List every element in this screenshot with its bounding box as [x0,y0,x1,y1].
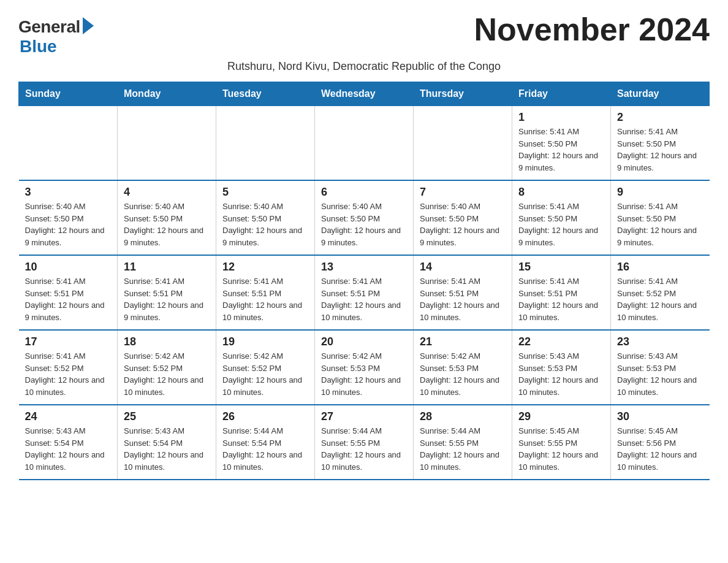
day-info: Sunrise: 5:42 AM Sunset: 5:53 PM Dayligh… [321,350,407,398]
day-number: 16 [617,261,703,274]
subtitle: Rutshuru, Nord Kivu, Democratic Republic… [18,60,710,73]
day-info: Sunrise: 5:45 AM Sunset: 5:56 PM Dayligh… [617,425,703,473]
day-number: 12 [222,261,308,274]
day-info: Sunrise: 5:41 AM Sunset: 5:51 PM Dayligh… [321,275,407,323]
day-number: 17 [25,335,112,348]
day-number: 21 [420,335,506,348]
calendar-cell: 3Sunrise: 5:40 AM Sunset: 5:50 PM Daylig… [19,180,118,255]
page-title: November 2024 [474,12,710,47]
day-number: 29 [518,410,604,423]
calendar-cell: 2Sunrise: 5:41 AM Sunset: 5:50 PM Daylig… [611,106,710,181]
day-info: Sunrise: 5:40 AM Sunset: 5:50 PM Dayligh… [222,201,308,248]
day-number: 4 [124,186,210,199]
day-number: 23 [617,335,703,348]
calendar-cell: 15Sunrise: 5:41 AM Sunset: 5:51 PM Dayli… [512,255,611,330]
day-number: 3 [25,186,112,199]
calendar-cell: 8Sunrise: 5:41 AM Sunset: 5:50 PM Daylig… [512,180,611,255]
day-info: Sunrise: 5:44 AM Sunset: 5:55 PM Dayligh… [321,425,407,473]
day-number: 22 [518,335,604,348]
day-info: Sunrise: 5:42 AM Sunset: 5:52 PM Dayligh… [124,350,210,398]
calendar-cell: 25Sunrise: 5:43 AM Sunset: 5:54 PM Dayli… [118,405,216,480]
day-number: 27 [321,410,407,423]
day-info: Sunrise: 5:43 AM Sunset: 5:54 PM Dayligh… [124,425,210,473]
day-number: 10 [25,261,112,274]
day-info: Sunrise: 5:41 AM Sunset: 5:51 PM Dayligh… [222,275,308,323]
day-info: Sunrise: 5:40 AM Sunset: 5:50 PM Dayligh… [124,201,210,248]
day-info: Sunrise: 5:41 AM Sunset: 5:50 PM Dayligh… [518,201,604,248]
calendar-header-tuesday: Tuesday [216,82,315,106]
calendar-header-sunday: Sunday [19,82,118,106]
calendar-header-saturday: Saturday [611,82,710,106]
day-info: Sunrise: 5:41 AM Sunset: 5:51 PM Dayligh… [25,275,112,323]
calendar-cell: 11Sunrise: 5:41 AM Sunset: 5:51 PM Dayli… [118,255,216,330]
calendar-cell: 7Sunrise: 5:40 AM Sunset: 5:50 PM Daylig… [414,180,512,255]
day-number: 24 [25,410,112,423]
calendar-table: SundayMondayTuesdayWednesdayThursdayFrid… [18,82,710,480]
logo-blue-text: Blue [20,37,57,56]
day-number: 18 [124,335,210,348]
calendar-cell: 22Sunrise: 5:43 AM Sunset: 5:53 PM Dayli… [512,330,611,405]
calendar-cell: 12Sunrise: 5:41 AM Sunset: 5:51 PM Dayli… [216,255,315,330]
day-number: 25 [124,410,210,423]
day-number: 26 [222,410,308,423]
day-info: Sunrise: 5:41 AM Sunset: 5:50 PM Dayligh… [617,201,703,248]
calendar-cell: 23Sunrise: 5:43 AM Sunset: 5:53 PM Dayli… [611,330,710,405]
calendar-cell: 5Sunrise: 5:40 AM Sunset: 5:50 PM Daylig… [216,180,315,255]
logo-arrow-icon [83,17,94,34]
header: General Blue November 2024 [18,12,710,56]
day-info: Sunrise: 5:40 AM Sunset: 5:50 PM Dayligh… [420,201,506,248]
day-info: Sunrise: 5:40 AM Sunset: 5:50 PM Dayligh… [25,201,112,248]
calendar-cell: 29Sunrise: 5:45 AM Sunset: 5:55 PM Dayli… [512,405,611,480]
day-info: Sunrise: 5:40 AM Sunset: 5:50 PM Dayligh… [321,201,407,248]
calendar-cell [118,106,216,181]
day-number: 2 [617,111,703,124]
day-info: Sunrise: 5:44 AM Sunset: 5:54 PM Dayligh… [222,425,308,473]
calendar-cell: 18Sunrise: 5:42 AM Sunset: 5:52 PM Dayli… [118,330,216,405]
calendar-header-friday: Friday [512,82,611,106]
day-info: Sunrise: 5:43 AM Sunset: 5:53 PM Dayligh… [518,350,604,398]
day-info: Sunrise: 5:41 AM Sunset: 5:52 PM Dayligh… [617,275,703,323]
calendar-cell: 16Sunrise: 5:41 AM Sunset: 5:52 PM Dayli… [611,255,710,330]
day-number: 30 [617,410,703,423]
day-info: Sunrise: 5:41 AM Sunset: 5:51 PM Dayligh… [124,275,210,323]
calendar-week-row: 1Sunrise: 5:41 AM Sunset: 5:50 PM Daylig… [19,106,710,181]
calendar-cell: 26Sunrise: 5:44 AM Sunset: 5:54 PM Dayli… [216,405,315,480]
day-number: 19 [222,335,308,348]
calendar-cell [216,106,315,181]
day-number: 11 [124,261,210,274]
day-info: Sunrise: 5:43 AM Sunset: 5:54 PM Dayligh… [25,425,112,473]
day-info: Sunrise: 5:41 AM Sunset: 5:51 PM Dayligh… [420,275,506,323]
day-info: Sunrise: 5:41 AM Sunset: 5:52 PM Dayligh… [25,350,112,398]
calendar-cell [315,106,414,181]
calendar-cell: 30Sunrise: 5:45 AM Sunset: 5:56 PM Dayli… [611,405,710,480]
calendar-cell: 14Sunrise: 5:41 AM Sunset: 5:51 PM Dayli… [414,255,512,330]
day-number: 7 [420,186,506,199]
calendar-cell: 20Sunrise: 5:42 AM Sunset: 5:53 PM Dayli… [315,330,414,405]
day-number: 9 [617,186,703,199]
calendar-header-wednesday: Wednesday [315,82,414,106]
day-info: Sunrise: 5:42 AM Sunset: 5:53 PM Dayligh… [420,350,506,398]
calendar-cell [19,106,118,181]
calendar-header-monday: Monday [118,82,216,106]
day-number: 5 [222,186,308,199]
day-number: 13 [321,261,407,274]
day-info: Sunrise: 5:44 AM Sunset: 5:55 PM Dayligh… [420,425,506,473]
calendar-cell: 19Sunrise: 5:42 AM Sunset: 5:52 PM Dayli… [216,330,315,405]
calendar-cell: 13Sunrise: 5:41 AM Sunset: 5:51 PM Dayli… [315,255,414,330]
calendar-cell: 1Sunrise: 5:41 AM Sunset: 5:50 PM Daylig… [512,106,611,181]
day-number: 14 [420,261,506,274]
calendar-cell: 17Sunrise: 5:41 AM Sunset: 5:52 PM Dayli… [19,330,118,405]
logo: General Blue [18,17,94,56]
calendar-week-row: 24Sunrise: 5:43 AM Sunset: 5:54 PM Dayli… [19,405,710,480]
day-number: 8 [518,186,604,199]
calendar-cell: 10Sunrise: 5:41 AM Sunset: 5:51 PM Dayli… [19,255,118,330]
day-info: Sunrise: 5:45 AM Sunset: 5:55 PM Dayligh… [518,425,604,473]
calendar-cell: 27Sunrise: 5:44 AM Sunset: 5:55 PM Dayli… [315,405,414,480]
calendar-cell: 9Sunrise: 5:41 AM Sunset: 5:50 PM Daylig… [611,180,710,255]
day-number: 1 [518,111,604,124]
day-info: Sunrise: 5:41 AM Sunset: 5:50 PM Dayligh… [617,126,703,174]
calendar-header-row: SundayMondayTuesdayWednesdayThursdayFrid… [19,82,710,106]
day-number: 6 [321,186,407,199]
calendar-cell: 28Sunrise: 5:44 AM Sunset: 5:55 PM Dayli… [414,405,512,480]
day-number: 20 [321,335,407,348]
